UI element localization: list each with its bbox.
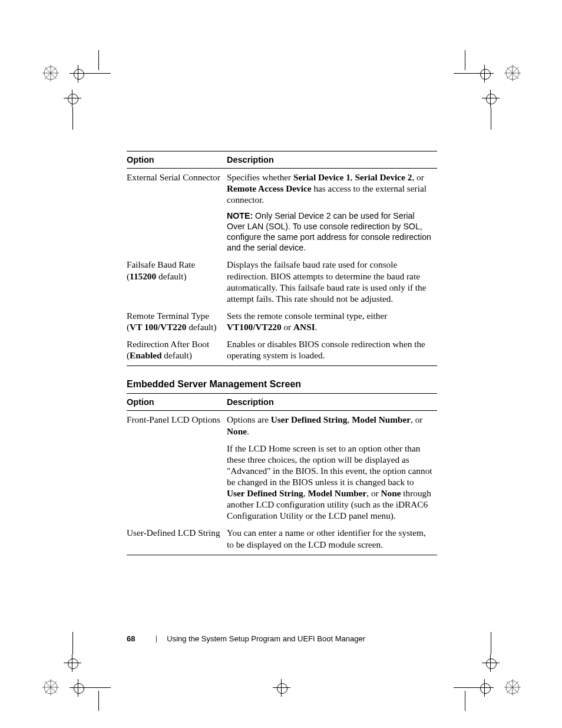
description-cell: Sets the remote console terminal type, e… (227, 307, 437, 335)
bold-text: Serial Device 1 (293, 172, 351, 182)
description-cell: Displays the failsafe baud rate used for… (227, 256, 437, 307)
crop-line-icon (87, 73, 111, 74)
table-row: Redirection After Boot (Enabled default)… (127, 335, 437, 366)
table-header-description: Description (227, 394, 437, 411)
table-header-option: Option (127, 394, 227, 411)
bold-text: Remote Access Device (227, 183, 312, 193)
option-cell: Remote Terminal Type (VT 100/VT220 defau… (127, 307, 227, 335)
text: Redirection After Boot (127, 339, 209, 349)
crop-mark-icon (64, 654, 81, 672)
option-cell: External Serial Connector (127, 169, 227, 209)
text: Specifies whether (227, 172, 293, 182)
crop-line-icon (454, 73, 476, 74)
description-cell: If the LCD Home screen is set to an opti… (227, 440, 437, 525)
text: , or (411, 414, 422, 424)
page-number: 68 (127, 634, 150, 643)
text: Options are (227, 414, 271, 424)
description-cell: Specifies whether Serial Device 1, Seria… (227, 169, 437, 209)
bold-text: None (381, 488, 401, 498)
text: , or (366, 488, 381, 498)
text: , or (412, 172, 424, 182)
bold-text: User Defined String (271, 414, 348, 424)
text: . (315, 322, 318, 332)
crop-mark-icon (273, 679, 290, 697)
table-row: External Serial Connector Specifies whet… (127, 169, 437, 209)
crop-line-icon (491, 107, 491, 130)
page-content: Option Description External Serial Conne… (127, 151, 437, 555)
registration-mark-icon (42, 65, 59, 81)
note-cell: NOTE: Only Serial Device 2 can be used f… (227, 208, 437, 256)
table-row: Remote Terminal Type (VT 100/VT220 defau… (127, 307, 437, 335)
text: . (247, 426, 249, 436)
crop-mark-icon (476, 679, 494, 697)
bold-text: Model Number (352, 414, 411, 424)
embedded-server-table: Option Description Front-Panel LCD Optio… (127, 393, 437, 555)
bold-text: VT100/VT220 (227, 322, 282, 332)
text: If the LCD Home screen is set to an opti… (227, 443, 432, 487)
crop-line-icon (465, 691, 465, 711)
text: , (351, 172, 355, 182)
crop-line-icon (454, 687, 476, 688)
table-row: Front-Panel LCD Options Options are User… (127, 411, 437, 440)
crop-line-icon (491, 632, 491, 654)
crop-mark-icon (482, 90, 500, 107)
crop-mark-icon (476, 65, 494, 83)
crop-line-icon (98, 50, 99, 70)
registration-mark-icon (504, 65, 521, 81)
bold-text: 115200 (130, 271, 156, 281)
table-header-option: Option (127, 151, 227, 169)
section-heading: Embedded Server Management Screen (127, 379, 437, 390)
crop-line-icon (72, 632, 73, 654)
bold-text: ANSI (293, 322, 315, 332)
option-cell: User-Defined LCD String (127, 524, 227, 555)
option-cell: Failsafe Baud Rate (115200 default) (127, 256, 227, 307)
crop-line-icon (98, 691, 99, 711)
bold-text: Serial Device 2 (355, 172, 412, 182)
bold-text: None (227, 426, 247, 436)
crop-mark-icon (482, 654, 500, 672)
crop-mark-icon (64, 90, 81, 107)
description-cell: You can enter a name or other identifier… (227, 524, 437, 555)
table-row: NOTE: Only Serial Device 2 can be used f… (127, 208, 437, 256)
bold-text: Model Number (308, 488, 366, 498)
option-cell: Redirection After Boot (Enabled default) (127, 335, 227, 366)
table-row: If the LCD Home screen is set to an opti… (127, 440, 437, 525)
table-row: Failsafe Baud Rate (115200 default) Disp… (127, 256, 437, 307)
crop-mark-icon (70, 679, 87, 697)
registration-mark-icon (42, 679, 59, 696)
page-footer: 68 Using the System Setup Program and UE… (127, 634, 437, 643)
crop-line-icon (87, 687, 111, 688)
note-body: Only Serial Device 2 can be used for Ser… (227, 211, 431, 252)
running-title: Using the System Setup Program and UEFI … (167, 634, 365, 643)
text: default) (186, 322, 216, 332)
bold-text: Enabled (130, 350, 161, 360)
crop-mark-icon (70, 65, 87, 83)
text: Failsafe Baud Rate (127, 259, 195, 269)
registration-mark-icon (504, 679, 521, 696)
description-cell: Enables or disables BIOS console redirec… (227, 335, 437, 366)
serial-options-table: Option Description External Serial Conne… (127, 151, 437, 366)
text: or (282, 322, 293, 332)
text: Remote Terminal Type (127, 311, 209, 321)
option-cell: Front-Panel LCD Options (127, 411, 227, 440)
text: default) (162, 350, 192, 360)
text: Sets the remote console terminal type, e… (227, 311, 387, 321)
bold-text: User Defined String (227, 488, 303, 498)
crop-line-icon (72, 107, 73, 130)
table-header-description: Description (227, 151, 437, 169)
crop-line-icon (465, 50, 465, 70)
text: default) (156, 271, 186, 281)
bold-text: VT 100/VT220 (130, 322, 186, 332)
table-row: User-Defined LCD String You can enter a … (127, 524, 437, 555)
footer-divider-icon (156, 635, 157, 643)
note-label: NOTE: (227, 211, 253, 220)
description-cell: Options are User Defined String, Model N… (227, 411, 437, 440)
